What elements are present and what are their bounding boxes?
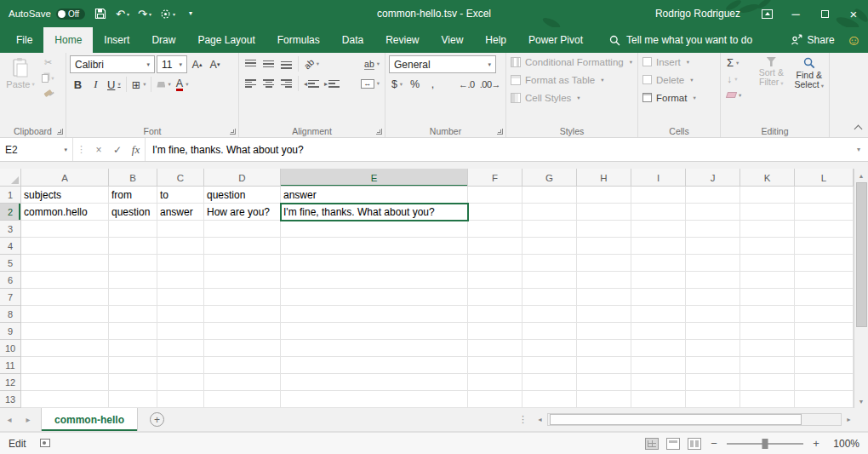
cell-L13[interactable] [795, 391, 854, 408]
cell-J13[interactable] [686, 391, 740, 408]
cell-G10[interactable] [523, 340, 577, 357]
cell-E12[interactable] [281, 374, 468, 391]
row-header-2[interactable]: 2 [0, 204, 20, 221]
redo-button[interactable]: ↷ [138, 4, 151, 23]
cell-B4[interactable] [109, 238, 157, 255]
column-header-F[interactable]: F [468, 169, 523, 187]
cell-C8[interactable] [157, 306, 204, 323]
cell-L12[interactable] [795, 374, 854, 391]
cell-styles-button[interactable]: Cell Styles [506, 89, 637, 106]
decrease-indent-button[interactable]: ◂ [302, 75, 321, 92]
cell-B8[interactable] [109, 306, 157, 323]
cell-C6[interactable] [157, 272, 204, 289]
cell-A3[interactable] [21, 221, 109, 238]
column-header-L[interactable]: L [795, 169, 854, 187]
paste-button[interactable]: Paste [3, 55, 37, 125]
cell-A13[interactable] [21, 391, 109, 408]
cell-J7[interactable] [686, 289, 740, 306]
ribbon-display-options-button[interactable] [752, 0, 781, 27]
cell-B13[interactable] [109, 391, 157, 408]
cell-L8[interactable] [795, 306, 854, 323]
cell-E8[interactable] [281, 306, 468, 323]
cell-J2[interactable] [686, 204, 740, 221]
scroll-up-button[interactable]: ▲ [854, 169, 868, 182]
cell-B2[interactable]: question [109, 204, 157, 221]
scroll-left-button[interactable]: ◄ [533, 417, 547, 422]
zoom-percentage[interactable]: 100% [829, 438, 859, 450]
cell-H13[interactable] [577, 391, 631, 408]
row-header-3[interactable]: 3 [0, 221, 20, 238]
bottom-align-button[interactable] [278, 55, 294, 72]
cell-D9[interactable] [204, 323, 281, 340]
cell-G12[interactable] [523, 374, 577, 391]
cell-L6[interactable] [795, 272, 854, 289]
cell-C2[interactable]: answer [157, 204, 204, 221]
cell-L11[interactable] [795, 357, 854, 374]
fill-button[interactable]: ↓ [724, 71, 751, 87]
cell-H5[interactable] [577, 255, 631, 272]
name-box[interactable]: E2 ▾ [0, 138, 73, 161]
cell-H8[interactable] [577, 306, 631, 323]
tab-scroll-splitter[interactable]: ⋮ [513, 414, 533, 425]
cell-B12[interactable] [109, 374, 157, 391]
cell-C10[interactable] [157, 340, 204, 357]
tab-page-layout[interactable]: Page Layout [186, 27, 266, 53]
cell-I11[interactable] [631, 357, 686, 374]
column-header-D[interactable]: D [204, 169, 281, 187]
cell-H2[interactable] [577, 204, 631, 221]
save-button[interactable] [94, 4, 107, 23]
cell-B1[interactable]: from [109, 187, 157, 204]
cell-F1[interactable] [468, 187, 523, 204]
decrease-decimal-button[interactable]: .00→ [478, 76, 502, 93]
font-color-button[interactable]: A [174, 76, 191, 93]
cell-I8[interactable] [631, 306, 686, 323]
row-header-9[interactable]: 9 [0, 323, 20, 340]
grow-font-button[interactable]: A▴ [189, 56, 205, 73]
macro-record-button[interactable] [40, 438, 50, 450]
clipboard-dialog-launcher[interactable] [57, 129, 63, 135]
cell-F5[interactable] [468, 255, 523, 272]
cell-A4[interactable] [21, 238, 109, 255]
tab-review[interactable]: Review [374, 27, 430, 53]
cell-J8[interactable] [686, 306, 740, 323]
cell-J3[interactable] [686, 221, 740, 238]
italic-button[interactable]: I [88, 76, 104, 93]
close-button[interactable]: × [839, 0, 868, 27]
cell-K2[interactable] [740, 204, 795, 221]
cell-K11[interactable] [740, 357, 795, 374]
cell-I12[interactable] [631, 374, 686, 391]
cell-L7[interactable] [795, 289, 854, 306]
cell-I5[interactable] [631, 255, 686, 272]
clear-button[interactable] [724, 87, 751, 103]
cell-L10[interactable] [795, 340, 854, 357]
cell-B10[interactable] [109, 340, 157, 357]
cell-D12[interactable] [204, 374, 281, 391]
cell-J6[interactable] [686, 272, 740, 289]
cell-B7[interactable] [109, 289, 157, 306]
cell-F8[interactable] [468, 306, 523, 323]
cell-I6[interactable] [631, 272, 686, 289]
cell-C9[interactable] [157, 323, 204, 340]
cell-C3[interactable] [157, 221, 204, 238]
cell-L3[interactable] [795, 221, 854, 238]
cell-J10[interactable] [686, 340, 740, 357]
cell-L9[interactable] [795, 323, 854, 340]
tab-view[interactable]: View [431, 27, 475, 53]
cell-E11[interactable] [281, 357, 468, 374]
cell-F12[interactable] [468, 374, 523, 391]
cell-A6[interactable] [21, 272, 109, 289]
cell-B9[interactable] [109, 323, 157, 340]
cell-F2[interactable] [468, 204, 523, 221]
cell-H1[interactable] [577, 187, 631, 204]
tab-formulas[interactable]: Formulas [266, 27, 331, 53]
borders-button[interactable]: ⊞ [130, 76, 148, 93]
cell-G2[interactable] [523, 204, 577, 221]
tab-home[interactable]: Home [43, 27, 93, 53]
tell-me-search[interactable]: Tell me what you want to do [609, 27, 752, 53]
cell-G6[interactable] [523, 272, 577, 289]
format-cells-button[interactable]: Format [638, 89, 720, 106]
cell-E10[interactable] [281, 340, 468, 357]
column-header-A[interactable]: A [21, 169, 109, 187]
normal-view-button[interactable] [645, 438, 659, 450]
cell-K4[interactable] [740, 238, 795, 255]
